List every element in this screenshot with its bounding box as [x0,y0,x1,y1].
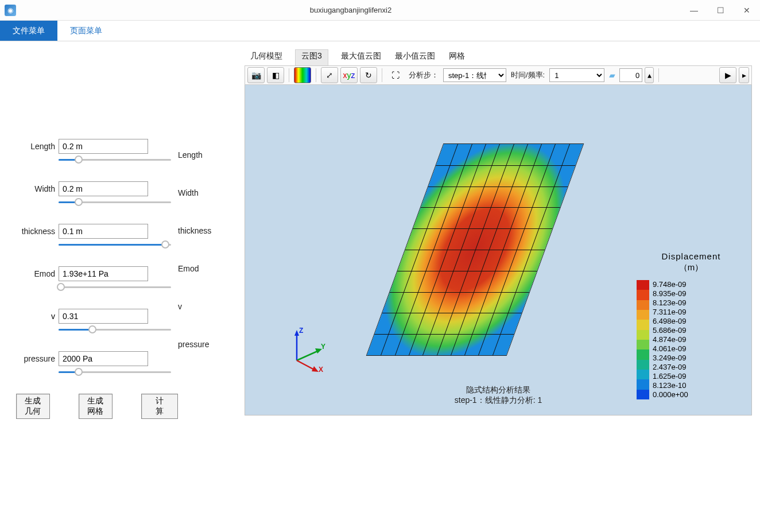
slider-length[interactable] [59,157,171,162]
maximize-button[interactable]: ☐ [707,0,734,21]
input-thickness[interactable] [59,224,148,239]
label-v: v [16,312,55,321]
label-width: Width [16,184,55,193]
fit-view-icon[interactable]: ⤢ [321,67,338,83]
generate-geometry-button[interactable]: 生成几何 [16,394,50,419]
label-column: Length Width thickness Emod v pressure [178,41,245,532]
svg-marker-5 [312,366,319,372]
rotate-icon[interactable]: ↻ [360,67,377,83]
slider-v[interactable] [59,327,171,332]
axis-z-label: Z [299,327,303,335]
window-title: buxiugangbanjinglifenxi2 [21,6,681,14]
axis-y-label: Y [321,343,325,351]
slider-thickness[interactable] [59,242,171,247]
tab-grid[interactable]: 网格 [448,49,466,65]
close-button[interactable]: ✕ [734,0,760,21]
axis-x-label: X [319,366,323,374]
midlabel-pressure: pressure [178,340,245,349]
label-emod: Emod [16,269,55,278]
midlabel-emod: Emod [178,264,245,273]
step-select[interactable]: step-1：线性 [443,68,506,82]
viewport-3d[interactable]: Z Y X 隐式结构分析结果 step-1：线性静力分析: 1 Displace… [245,85,752,415]
time-label: 时间/频率: [511,70,545,80]
step-label: 分析步： [409,70,439,80]
app-icon: ◉ [5,5,16,16]
param-length: Length [16,139,178,162]
more-icon[interactable]: ▸ [739,67,749,83]
svg-line-2 [297,351,319,360]
midlabel-length: Length [178,150,245,160]
param-pressure: pressure [16,351,178,374]
frame-input[interactable] [619,68,642,82]
viewer-toolbar: 📷 ◧ ⤢ xyz ↻ ⛶ 分析步： step-1：线性 时间/频率: 1 ▰ … [245,65,752,85]
label-thickness: thickness [16,227,55,236]
minimize-button[interactable]: — [681,0,707,21]
title-bar: ◉ buxiugangbanjinglifenxi2 — ☐ ✕ [0,0,760,21]
parameter-panel: Length Width thickness [0,41,178,532]
svg-line-4 [297,360,315,370]
legend-unit: （m） [637,262,746,273]
menu-bar: 文件菜单 页面菜单 [0,21,760,41]
screenshot-icon[interactable]: 📷 [247,67,265,83]
menu-file[interactable]: 文件菜单 [0,21,57,41]
tag-icon[interactable]: ▰ [607,67,617,83]
camera-record-icon[interactable]: ▶ [719,67,736,83]
label-pressure: pressure [16,354,55,363]
midlabel-v: v [178,302,245,311]
menu-page[interactable]: 页面菜单 [57,21,115,41]
input-width[interactable] [59,181,148,196]
input-emod[interactable] [59,266,148,281]
contour-plate [366,143,584,356]
slider-emod[interactable] [59,285,171,289]
param-emod: Emod [16,266,178,289]
svg-marker-1 [294,330,299,336]
midlabel-width: Width [178,188,245,197]
param-width: Width [16,181,178,204]
view-cube-icon[interactable]: ◧ [267,67,284,83]
param-thickness: thickness [16,224,178,247]
colormap-icon[interactable] [294,67,311,83]
input-v[interactable] [59,309,148,324]
legend-values: 9.748e-098.935e-098.123e-097.311e-096.49… [649,280,688,399]
color-legend: Displacement （m） 9.748e-098.935e-098.123… [637,251,746,399]
label-length: Length [16,142,55,151]
frame-stepper-icon[interactable]: ▴ [645,67,654,83]
slider-width[interactable] [59,200,171,204]
axis-triad-icon[interactable]: xyz [340,67,358,83]
tab-max-cloud[interactable]: 最大值云图 [340,49,382,65]
legend-colorbar [637,280,649,399]
slider-pressure[interactable] [59,370,171,374]
input-pressure[interactable] [59,351,148,366]
input-length[interactable] [59,139,148,154]
tab-min-cloud[interactable]: 最小值云图 [394,49,436,65]
midlabel-thickness: thickness [178,226,245,235]
calculate-button[interactable]: 计算 [141,394,178,419]
param-v: v [16,309,178,332]
time-select[interactable]: 1 [549,68,604,82]
tab-geometry[interactable]: 几何模型 [249,49,284,65]
legend-title: Displacement [637,251,746,261]
tab-cloud3[interactable]: 云图3 [295,49,328,65]
expand-icon[interactable]: ⛶ [387,67,404,83]
generate-mesh-button[interactable]: 生成网格 [79,394,113,419]
view-tab-strip: 几何模型 云图3 最大值云图 最小值云图 网格 [245,49,752,65]
axis-triad: Z Y X [280,329,331,375]
